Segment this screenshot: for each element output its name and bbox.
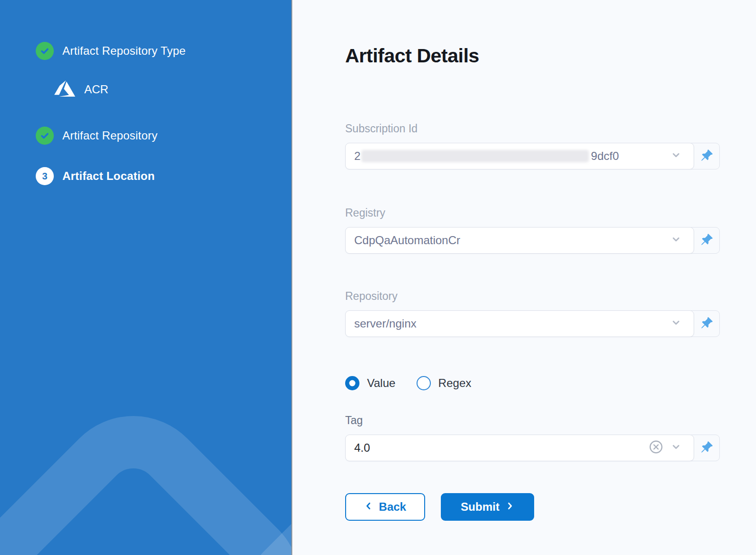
chevron-right-icon [506, 500, 514, 514]
check-icon [36, 42, 54, 60]
pin-icon [700, 441, 713, 456]
tag-mode-radio-group: Value Regex [345, 376, 720, 391]
radio-value[interactable]: Value [345, 376, 396, 390]
repository-value: server/nginx [354, 317, 417, 330]
chevron-down-icon[interactable] [671, 317, 681, 330]
chevron-down-icon[interactable] [671, 150, 681, 162]
step-number-badge: 3 [36, 167, 54, 185]
radio-label: Regex [438, 377, 471, 390]
wizard-sidebar: Artifact Repository Type ACR Artifact Re… [0, 0, 291, 555]
repository-field: server/nginx [345, 310, 720, 337]
tag-field: 4.0 [345, 435, 720, 461]
submit-button[interactable]: Submit [441, 493, 534, 521]
brand-watermark [0, 0, 291, 555]
back-button[interactable]: Back [345, 493, 425, 521]
subscription-id-suffix: 9dcf0 [591, 149, 619, 163]
submit-button-label: Submit [461, 500, 499, 514]
chevron-left-icon [364, 500, 373, 514]
registry-value: CdpQaAutomationCr [354, 234, 460, 247]
artifact-details-form: Subscription Id 2 9dcf0 [345, 122, 720, 521]
wizard-actions: Back Submit [345, 493, 720, 521]
registry-field: CdpQaAutomationCr [345, 227, 720, 254]
repository-select[interactable]: server/nginx [345, 310, 694, 337]
registry-select[interactable]: CdpQaAutomationCr [345, 227, 694, 254]
radio-selected-icon [345, 376, 359, 390]
redacted-value [361, 150, 589, 162]
subscription-id-field: 2 9dcf0 [345, 143, 720, 169]
registry-label: Registry [345, 207, 720, 219]
repository-label: Repository [345, 290, 720, 303]
check-icon [36, 127, 54, 145]
back-button-label: Back [379, 500, 406, 514]
step-artifact-repository-type[interactable]: Artifact Repository Type [36, 42, 186, 60]
subscription-id-label: Subscription Id [345, 122, 720, 135]
step-artifact-location[interactable]: 3 Artifact Location [36, 167, 155, 185]
step-label: Artifact Location [62, 169, 155, 183]
page-title: Artifact Details [345, 45, 720, 67]
tag-value: 4.0 [354, 441, 370, 455]
step-label: Artifact Repository [62, 129, 158, 142]
radio-regex[interactable]: Regex [417, 376, 471, 390]
tag-input[interactable]: 4.0 [345, 435, 694, 461]
artifact-details-panel: Artifact Details Subscription Id 2 9dcf0 [292, 0, 756, 555]
pin-icon [700, 233, 713, 248]
pin-icon [700, 317, 713, 331]
radio-label: Value [367, 377, 396, 390]
sidebar-item-label: ACR [84, 83, 109, 96]
azure-logo-icon [52, 78, 77, 101]
chevron-down-icon[interactable] [671, 234, 681, 247]
subscription-id-select[interactable]: 2 9dcf0 [345, 143, 694, 169]
clear-icon[interactable] [649, 440, 663, 456]
sidebar-item-acr[interactable]: ACR [52, 78, 109, 101]
step-label: Artifact Repository Type [62, 44, 186, 58]
pin-icon [700, 149, 713, 164]
chevron-down-icon[interactable] [671, 442, 681, 454]
tag-label: Tag [345, 414, 720, 427]
step-artifact-repository[interactable]: Artifact Repository [36, 127, 158, 145]
subscription-id-prefix: 2 [354, 149, 360, 163]
radio-unselected-icon [417, 376, 431, 390]
